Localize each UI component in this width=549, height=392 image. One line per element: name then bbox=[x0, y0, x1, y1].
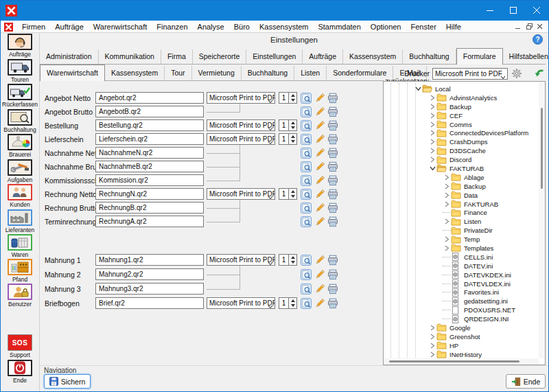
edit-icon[interactable] bbox=[314, 161, 325, 172]
spin-up-button[interactable] bbox=[289, 134, 296, 139]
menu-item-optionen[interactable]: Optionen bbox=[366, 21, 406, 32]
menu-item-warenwirtschaft[interactable]: Warenwirtschaft bbox=[89, 21, 152, 32]
print-icon[interactable] bbox=[327, 93, 338, 104]
tab-speicherorte[interactable]: Speicherorte bbox=[193, 49, 247, 64]
tab-listen[interactable]: Listen bbox=[294, 66, 327, 80]
printer-combobox[interactable]: Microsoft Print to PDF bbox=[207, 254, 275, 266]
tree-item-discord[interactable]: Discord bbox=[384, 155, 545, 164]
print-icon[interactable] bbox=[327, 216, 338, 227]
print-icon[interactable] bbox=[327, 106, 338, 117]
expander-closed-icon[interactable] bbox=[428, 111, 436, 119]
tree-item-fakturab[interactable]: FAKTURAB bbox=[384, 164, 545, 173]
expander-closed-icon[interactable] bbox=[443, 235, 451, 244]
spin-up-button[interactable] bbox=[289, 120, 296, 126]
tree-item-backup[interactable]: Backup bbox=[384, 102, 545, 111]
preview-icon[interactable] bbox=[301, 216, 312, 227]
printer-combobox[interactable]: Microsoft Print to PDF bbox=[207, 297, 275, 309]
printer-combobox[interactable]: Microsoft Print to PDF bbox=[207, 188, 275, 200]
expander-closed-icon[interactable] bbox=[428, 147, 436, 155]
print-icon[interactable] bbox=[327, 269, 338, 280]
tree-vertical-scrollbar[interactable] bbox=[539, 82, 545, 358]
edit-icon[interactable] bbox=[314, 93, 325, 104]
form-file-input[interactable]: RechnungA.qr2 bbox=[95, 216, 204, 227]
tab-hilfstabellen[interactable]: Hilfstabellen bbox=[503, 49, 549, 64]
edit-icon[interactable] bbox=[314, 255, 325, 266]
print-icon[interactable] bbox=[327, 148, 338, 159]
preview-icon[interactable] bbox=[301, 189, 312, 200]
expander-closed-icon[interactable] bbox=[428, 156, 436, 164]
form-file-input[interactable]: NachnahmeB.qr2 bbox=[95, 161, 204, 172]
tree-item-cells-ini[interactable]: CELLS.ini bbox=[384, 253, 545, 262]
sidebar-item-buchhaltung[interactable]: Buchhaltung bbox=[1, 109, 39, 133]
form-file-input[interactable]: RechnungB.qr2 bbox=[95, 202, 204, 214]
expander-closed-icon[interactable] bbox=[428, 332, 436, 341]
preview-icon[interactable] bbox=[301, 175, 312, 186]
tab-buchhaltung[interactable]: Buchhaltung bbox=[242, 66, 294, 80]
form-file-input[interactable]: Mahnung2.qr2 bbox=[95, 268, 204, 280]
tree-item-inethistory[interactable]: INetHistory bbox=[384, 350, 545, 359]
spin-down-button[interactable] bbox=[289, 139, 296, 145]
expander-closed-icon[interactable] bbox=[443, 244, 451, 252]
tab-kassensystem[interactable]: Kassensystem bbox=[105, 66, 165, 80]
sidebar-item-ende[interactable]: Ende bbox=[1, 360, 39, 384]
preview-icon[interactable] bbox=[301, 255, 312, 266]
maximize-button[interactable] bbox=[502, 1, 525, 21]
print-icon[interactable] bbox=[327, 189, 338, 200]
sidebar-item-pfand[interactable]: Pfand bbox=[1, 259, 39, 283]
tree-item-finance[interactable]: Finance bbox=[384, 208, 545, 217]
printer-reset-arrow-icon[interactable] bbox=[533, 67, 545, 79]
sidebar-item-support[interactable]: SOSSupport bbox=[1, 334, 39, 358]
form-file-input[interactable]: Bestellung.qr2 bbox=[95, 119, 204, 131]
sidebar-item-benutzer[interactable]: Benutzer bbox=[1, 284, 39, 308]
preview-icon[interactable] bbox=[301, 269, 312, 280]
tree-item-favorites-ini[interactable]: Favorites.ini bbox=[384, 288, 545, 297]
copies-value[interactable]: 1 bbox=[279, 133, 289, 145]
form-file-input[interactable]: Mahnung1.qr2 bbox=[95, 254, 204, 266]
expander-closed-icon[interactable] bbox=[428, 350, 436, 358]
print-icon[interactable] bbox=[327, 134, 338, 145]
printer-combobox[interactable]: Microsoft Print to PDF bbox=[207, 119, 275, 131]
tree-item-privatedir[interactable]: PrivateDir bbox=[384, 226, 545, 235]
spin-down-button[interactable] bbox=[289, 260, 296, 266]
edit-icon[interactable] bbox=[314, 203, 325, 214]
expander-closed-icon[interactable] bbox=[443, 191, 451, 199]
expander-closed-icon[interactable] bbox=[428, 323, 436, 332]
expander-closed-icon[interactable] bbox=[428, 93, 436, 102]
tree-item-google[interactable]: Google bbox=[384, 323, 545, 332]
expander-closed-icon[interactable] bbox=[428, 341, 436, 349]
spin-up-button[interactable] bbox=[289, 298, 296, 303]
tree-item-qrdesign-ini[interactable]: QRDESIGN.INI bbox=[384, 314, 545, 323]
preview-icon[interactable] bbox=[301, 161, 312, 172]
expander-closed-icon[interactable] bbox=[443, 173, 451, 181]
copies-value[interactable]: 1 bbox=[279, 119, 289, 131]
copies-value[interactable]: 1 bbox=[279, 254, 289, 266]
tree-item-cef[interactable]: CEF bbox=[384, 111, 545, 120]
tab-vermietung[interactable]: Vermietung bbox=[192, 66, 242, 80]
printer-reset-combobox[interactable]: Microsoft Print to PDF bbox=[432, 68, 508, 80]
sidebar-item-waren[interactable]: Waren bbox=[1, 234, 39, 258]
print-icon[interactable] bbox=[327, 120, 338, 131]
spin-up-button[interactable] bbox=[289, 189, 296, 194]
menu-item-aufträge[interactable]: Aufträge bbox=[50, 21, 89, 32]
copies-value[interactable]: 1 bbox=[279, 297, 289, 309]
expander-closed-icon[interactable] bbox=[443, 218, 451, 226]
sidebar-item-rückerfassen[interactable]: Rückerfassen bbox=[1, 84, 39, 108]
tree-item-listen[interactable]: Listen bbox=[384, 217, 545, 226]
expander-closed-icon[interactable] bbox=[428, 120, 436, 128]
form-file-input[interactable]: Angebot.qr2 bbox=[95, 92, 204, 104]
edit-icon[interactable] bbox=[314, 175, 325, 186]
close-button[interactable] bbox=[525, 1, 548, 21]
edit-icon[interactable] bbox=[314, 284, 325, 295]
edit-icon[interactable] bbox=[314, 106, 325, 117]
copies-stepper[interactable]: 1 bbox=[279, 188, 297, 200]
tree-item-fakturab[interactable]: FAKTURAB bbox=[384, 200, 545, 209]
tree-item-temp[interactable]: Temp bbox=[384, 235, 545, 244]
sidebar-item-lieferanten[interactable]: Lieferanten bbox=[1, 209, 39, 233]
print-icon[interactable] bbox=[327, 255, 338, 266]
tree-horizontal-scrollbar[interactable] bbox=[384, 358, 539, 365]
print-icon[interactable] bbox=[327, 203, 338, 214]
preview-icon[interactable] bbox=[301, 93, 312, 104]
tab-tour[interactable]: Tour bbox=[165, 66, 191, 80]
tree-item-crashdumps[interactable]: CrashDumps bbox=[384, 137, 545, 146]
tab-firma[interactable]: Firma bbox=[161, 49, 193, 64]
